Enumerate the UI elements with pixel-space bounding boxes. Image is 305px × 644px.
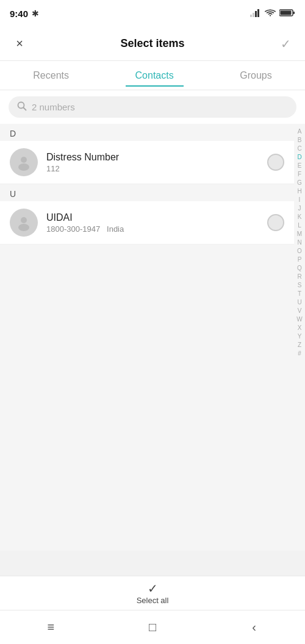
svg-rect-5 [293,12,295,14]
alpha-letter-b[interactable]: B [295,136,304,144]
contact-list: D Distress Number 112 U UIDAI 1800-300-1… [0,124,305,551]
alpha-letter-z[interactable]: Z [295,341,304,349]
alpha-letter-k[interactable]: K [295,213,304,221]
contact-name: Distress Number [46,152,259,163]
svg-point-9 [21,157,27,163]
alpha-letter-y[interactable]: Y [295,332,304,340]
avatar [10,148,38,176]
contact-info: Distress Number 112 [46,152,259,173]
search-bar: 2 numbers [0,90,305,124]
alpha-letter-#[interactable]: # [295,349,304,357]
page-title: Select items [120,37,184,50]
home-button[interactable]: □ [134,615,171,640]
alpha-letter-a[interactable]: A [295,127,304,135]
alpha-letter-m[interactable]: M [295,230,304,238]
svg-line-8 [24,108,26,110]
status-bar: 9:40 ✱ [0,0,305,27]
alpha-letter-d[interactable]: D [295,153,304,161]
alpha-letter-c[interactable]: C [295,145,304,152]
confirm-button[interactable]: ✓ [276,34,295,54]
svg-rect-6 [281,10,292,15]
contact-number: 1800-300-1947 India [46,224,259,234]
alpha-letter-x[interactable]: X [295,324,304,332]
search-placeholder: 2 numbers [32,102,75,112]
contact-row[interactable]: Distress Number 112 [0,141,294,184]
alpha-letter-f[interactable]: F [295,170,304,178]
contact-name: UIDAI [46,212,259,223]
tabs-bar: Recents Contacts Groups [0,61,305,90]
alpha-letter-v[interactable]: V [295,307,304,315]
battery-icon [279,9,295,19]
empty-space [0,245,294,428]
svg-point-12 [18,224,29,231]
svg-rect-0 [250,15,252,17]
alpha-letter-r[interactable]: R [295,273,304,281]
menu-button[interactable]: ≡ [32,615,69,640]
tab-contacts[interactable]: Contacts [126,65,184,86]
alpha-letter-p[interactable]: P [295,256,304,263]
tab-groups[interactable]: Groups [230,65,281,86]
svg-point-10 [18,163,29,171]
alpha-letter-o[interactable]: O [295,247,304,255]
status-time: 9:40 [10,9,28,19]
tab-recents[interactable]: Recents [23,65,79,86]
top-bar: × Select items ✓ [0,27,305,61]
close-button[interactable]: × [10,34,29,54]
alpha-letter-h[interactable]: H [295,187,304,195]
search-field[interactable]: 2 numbers [9,96,296,118]
svg-point-11 [21,217,27,223]
alpha-letter-t[interactable]: T [295,290,304,298]
bluetooth-icon: ✱ [32,9,39,18]
search-icon [17,101,27,113]
svg-rect-3 [257,9,259,17]
status-icons [250,9,295,19]
bottom-nav: ≡ □ ‹ [0,610,305,644]
alpha-letter-g[interactable]: G [295,179,304,187]
section-header-d: D [0,124,294,141]
alpha-letter-n[interactable]: N [295,238,304,246]
avatar [10,209,38,237]
contact-row[interactable]: UIDAI 1800-300-1947 India [0,201,294,245]
svg-rect-1 [253,13,254,17]
contact-number: 112 [46,164,259,173]
select-all-label: Select all [137,596,169,605]
alpha-letter-u[interactable]: U [295,298,304,306]
back-button[interactable]: ‹ [236,615,273,640]
select-all-bar[interactable]: ✓ Select all [0,576,305,610]
alpha-letter-s[interactable]: S [295,281,304,289]
contact-info: UIDAI 1800-300-1947 India [46,212,259,234]
alpha-letter-j[interactable]: J [295,204,304,212]
select-circle[interactable] [267,214,284,231]
select-circle[interactable] [267,154,284,171]
alphabet-index: ABCDEFGHIJKLMNOPQRSTUVWXYZ# [295,124,304,551]
svg-rect-2 [255,11,257,17]
alpha-letter-l[interactable]: L [295,221,304,229]
alpha-letter-e[interactable]: E [295,162,304,170]
signal-icon [250,9,261,19]
section-header-u: U [0,184,294,201]
alpha-letter-w[interactable]: W [295,315,304,323]
select-all-check-icon: ✓ [148,582,158,595]
alpha-letter-q[interactable]: Q [295,264,304,272]
alpha-letter-i[interactable]: I [295,196,304,204]
wifi-icon [265,9,276,19]
